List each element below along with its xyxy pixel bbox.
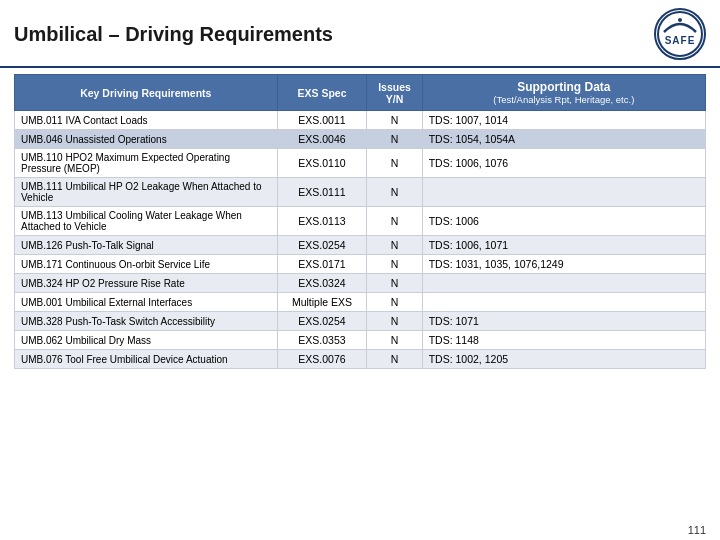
col-header-issues: Issues Y/N	[367, 75, 422, 111]
cell-req: UMB.110 HPO2 Maximum Expected Operating …	[15, 149, 278, 178]
requirements-table: Key Driving Requirements EXS Spec Issues…	[14, 74, 706, 369]
table-row: UMB.171 Continuous On-orbit Service Life…	[15, 255, 706, 274]
page-number: 111	[688, 524, 706, 536]
cell-issues: N	[367, 111, 422, 130]
cell-exs: EXS.0076	[277, 350, 367, 369]
cell-issues: N	[367, 293, 422, 312]
cell-supporting: TDS: 1054, 1054A	[422, 130, 705, 149]
page-title: Umbilical – Driving Requirements	[14, 23, 333, 46]
safe-logo: SAFE	[654, 8, 706, 60]
table-row: UMB.328 Push-To-Task Switch Accessibilit…	[15, 312, 706, 331]
cell-issues: N	[367, 331, 422, 350]
cell-issues: N	[367, 350, 422, 369]
table-row: UMB.046 Unassisted OperationsEXS.0046NTD…	[15, 130, 706, 149]
cell-exs: EXS.0111	[277, 178, 367, 207]
cell-exs: EXS.0254	[277, 312, 367, 331]
col-header-exs: EXS Spec	[277, 75, 367, 111]
table-header-row: Key Driving Requirements EXS Spec Issues…	[15, 75, 706, 111]
cell-supporting: TDS: 1006, 1076	[422, 149, 705, 178]
table-row: UMB.076 Tool Free Umbilical Device Actua…	[15, 350, 706, 369]
cell-req: UMB.046 Unassisted Operations	[15, 130, 278, 149]
cell-req: UMB.113 Umbilical Cooling Water Leakage …	[15, 207, 278, 236]
cell-issues: N	[367, 312, 422, 331]
cell-supporting: TDS: 1071	[422, 312, 705, 331]
table-row: UMB.001 Umbilical External InterfacesMul…	[15, 293, 706, 312]
table-row: UMB.126 Push-To-Talk SignalEXS.0254NTDS:…	[15, 236, 706, 255]
cell-supporting: TDS: 1006	[422, 207, 705, 236]
cell-supporting: TDS: 1031, 1035, 1076,1249	[422, 255, 705, 274]
cell-exs: EXS.0324	[277, 274, 367, 293]
col-header-req: Key Driving Requirements	[15, 75, 278, 111]
cell-issues: N	[367, 207, 422, 236]
table-row: UMB.113 Umbilical Cooling Water Leakage …	[15, 207, 706, 236]
table-row: UMB.324 HP O2 Pressure Rise RateEXS.0324…	[15, 274, 706, 293]
cell-exs: EXS.0254	[277, 236, 367, 255]
cell-req: UMB.011 IVA Contact Loads	[15, 111, 278, 130]
cell-req: UMB.171 Continuous On-orbit Service Life	[15, 255, 278, 274]
header: Umbilical – Driving Requirements SAFE	[0, 0, 720, 68]
svg-text:SAFE: SAFE	[665, 35, 696, 46]
page-container: Umbilical – Driving Requirements SAFE Ke…	[0, 0, 720, 540]
table-container: Key Driving Requirements EXS Spec Issues…	[0, 68, 720, 520]
table-row: UMB.110 HPO2 Maximum Expected Operating …	[15, 149, 706, 178]
table-body: UMB.011 IVA Contact LoadsEXS.0011NTDS: 1…	[15, 111, 706, 369]
supporting-main-label: Supporting Data	[429, 80, 699, 94]
cell-issues: N	[367, 178, 422, 207]
cell-req: UMB.062 Umbilical Dry Mass	[15, 331, 278, 350]
cell-supporting	[422, 293, 705, 312]
cell-exs: Multiple EXS	[277, 293, 367, 312]
supporting-sub-label: (Test/Analysis Rpt, Heritage, etc.)	[429, 94, 699, 105]
cell-issues: N	[367, 130, 422, 149]
cell-exs: EXS.0011	[277, 111, 367, 130]
cell-exs: EXS.0046	[277, 130, 367, 149]
cell-req: UMB.324 HP O2 Pressure Rise Rate	[15, 274, 278, 293]
cell-issues: N	[367, 236, 422, 255]
cell-supporting: TDS: 1148	[422, 331, 705, 350]
cell-req: UMB.076 Tool Free Umbilical Device Actua…	[15, 350, 278, 369]
cell-issues: N	[367, 255, 422, 274]
cell-exs: EXS.0353	[277, 331, 367, 350]
footer: 111	[0, 520, 720, 540]
cell-req: UMB.111 Umbilical HP O2 Leakage When Att…	[15, 178, 278, 207]
cell-supporting: TDS: 1006, 1071	[422, 236, 705, 255]
cell-exs: EXS.0171	[277, 255, 367, 274]
cell-req: UMB.328 Push-To-Task Switch Accessibilit…	[15, 312, 278, 331]
cell-req: UMB.126 Push-To-Talk Signal	[15, 236, 278, 255]
cell-supporting: TDS: 1007, 1014	[422, 111, 705, 130]
cell-exs: EXS.0110	[277, 149, 367, 178]
cell-issues: N	[367, 149, 422, 178]
table-row: UMB.062 Umbilical Dry MassEXS.0353NTDS: …	[15, 331, 706, 350]
cell-supporting	[422, 274, 705, 293]
table-row: UMB.011 IVA Contact LoadsEXS.0011NTDS: 1…	[15, 111, 706, 130]
table-row: UMB.111 Umbilical HP O2 Leakage When Att…	[15, 178, 706, 207]
cell-req: UMB.001 Umbilical External Interfaces	[15, 293, 278, 312]
logo-svg: SAFE	[656, 10, 704, 58]
cell-supporting	[422, 178, 705, 207]
svg-point-1	[678, 18, 682, 22]
col-header-supporting: Supporting Data (Test/Analysis Rpt, Heri…	[422, 75, 705, 111]
cell-supporting: TDS: 1002, 1205	[422, 350, 705, 369]
logo-container: SAFE	[654, 8, 706, 60]
cell-exs: EXS.0113	[277, 207, 367, 236]
cell-issues: N	[367, 274, 422, 293]
